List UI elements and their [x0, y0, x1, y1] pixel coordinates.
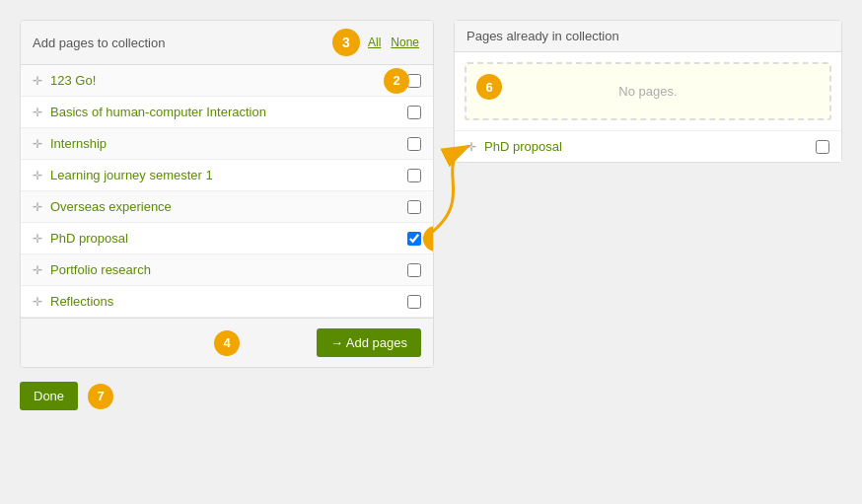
step-badge-3: 3 — [332, 29, 360, 56]
page-checkbox[interactable] — [407, 106, 421, 119]
drag-icon: ✛ — [467, 140, 476, 154]
right-page-item-phd: ✛ PhD proposal — [455, 130, 841, 162]
list-item: ✛ Portfolio research — [21, 254, 433, 286]
drag-icon: ✛ — [33, 74, 42, 88]
drag-icon: ✛ — [33, 137, 42, 151]
drag-icon: ✛ — [33, 263, 42, 277]
page-item-label: PhD proposal — [484, 139, 816, 154]
drag-icon: ✛ — [33, 295, 42, 309]
list-item: ✛ Basics of human-computer Interaction — [21, 97, 433, 128]
empty-collection-area: 6 No pages. — [465, 62, 831, 120]
page-checkbox-phd[interactable] — [407, 232, 421, 246]
drag-icon: ✛ — [33, 232, 42, 246]
step-badge-2: 2 — [384, 68, 409, 94]
page-item-label: Overseas experience — [50, 199, 407, 214]
page-checkbox[interactable] — [407, 295, 421, 309]
done-button[interactable]: Done — [20, 382, 78, 410]
left-panel-title: Add pages to collection — [33, 36, 165, 50]
page-item-label: 123 Go! — [50, 73, 403, 88]
add-pages-button[interactable]: → Add pages — [317, 328, 421, 357]
page-item-label: Learning journey semester 1 — [50, 168, 407, 182]
drag-icon: ✛ — [33, 169, 42, 182]
no-pages-text: No pages. — [618, 84, 677, 99]
page-checkbox[interactable] — [407, 74, 421, 88]
header-right: 3 All None — [332, 29, 421, 56]
page-item-label: Basics of human-computer Interaction — [50, 105, 407, 119]
left-panel-footer: 4 → Add pages — [21, 318, 433, 367]
right-panel-title: Pages already in collection — [467, 29, 619, 43]
bottom-bar: Done 7 — [20, 382, 842, 410]
list-item: ✛ Learning journey semester 1 — [21, 160, 433, 191]
step-badge-7: 7 — [88, 384, 113, 409]
page-checkbox[interactable] — [407, 200, 421, 214]
page-item-label: Portfolio research — [50, 262, 407, 277]
select-all-button[interactable]: All — [366, 36, 383, 49]
page-item-label: PhD proposal — [50, 231, 407, 246]
page-list: ✛ 123 Go! 2 ✛ Basics of human-computer I… — [21, 65, 433, 318]
drag-icon: ✛ — [33, 106, 42, 119]
right-panel-header: Pages already in collection — [455, 21, 841, 52]
page-checkbox-right[interactable] — [816, 140, 829, 154]
select-none-button[interactable]: None — [389, 36, 421, 49]
step-badge-6: 6 — [476, 74, 502, 100]
list-item: ✛ Internship — [21, 128, 433, 160]
list-item: ✛ 123 Go! 2 — [21, 65, 433, 97]
page-item-label: Reflections — [50, 294, 407, 309]
list-item-phd: ✛ PhD proposal 5 — [21, 223, 433, 254]
right-panel: Pages already in collection 6 No pages. … — [454, 20, 842, 163]
step-badge-5: 5 — [423, 226, 434, 252]
page-item-label: Internship — [50, 136, 407, 151]
page-checkbox[interactable] — [407, 169, 421, 182]
list-item: ✛ Overseas experience — [21, 191, 433, 223]
page-checkbox[interactable] — [407, 263, 421, 277]
left-panel: Add pages to collection 3 All None ✛ 123… — [20, 20, 434, 368]
step-badge-4: 4 — [214, 330, 240, 356]
page-checkbox[interactable] — [407, 137, 421, 151]
left-panel-header: Add pages to collection 3 All None — [21, 21, 433, 65]
list-item: ✛ Reflections — [21, 286, 433, 318]
drag-icon: ✛ — [33, 200, 42, 214]
